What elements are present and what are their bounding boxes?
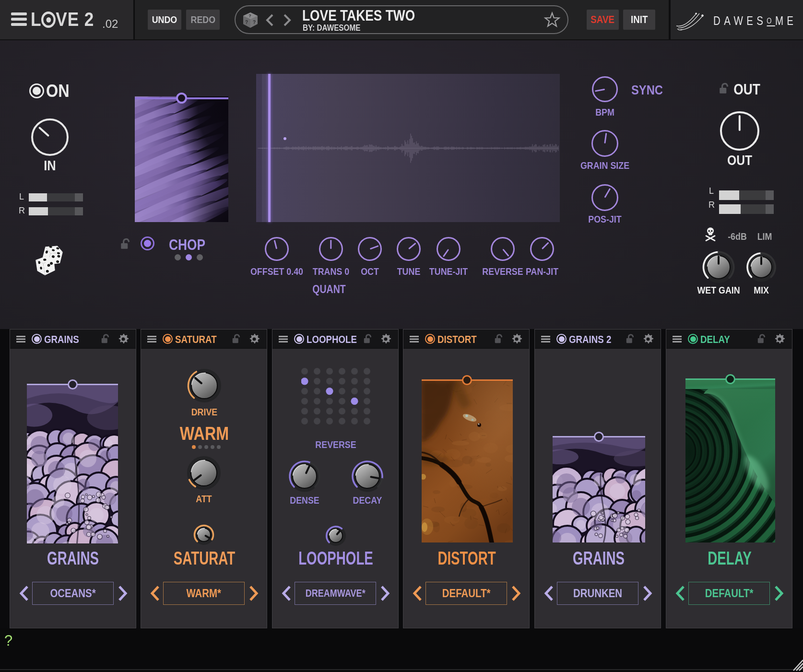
svg-text:?: ? [248,13,251,18]
svg-text:?: ? [253,20,256,25]
svg-text:?: ? [245,20,248,25]
